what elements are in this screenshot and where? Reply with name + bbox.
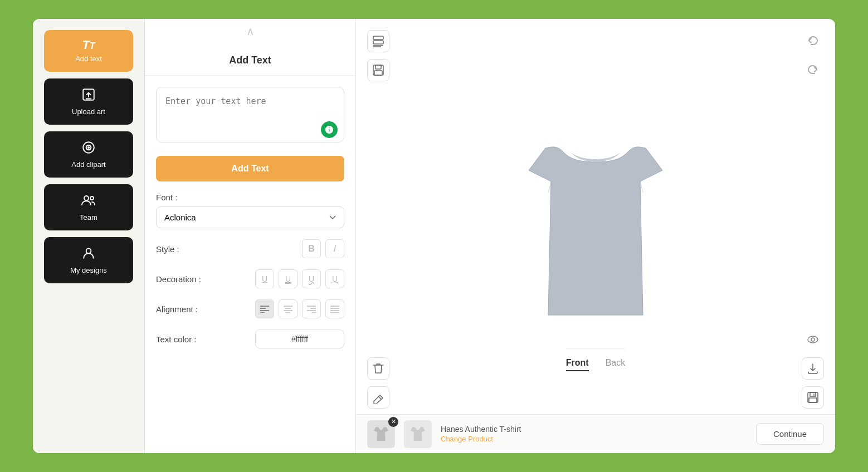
layers-button[interactable] [367, 30, 389, 52]
download-button[interactable] [802, 357, 824, 380]
svg-point-5 [90, 196, 94, 200]
svg-rect-36 [810, 392, 816, 396]
product-color-swatch [404, 420, 432, 448]
grammarly-button[interactable] [321, 121, 338, 138]
svg-point-34 [811, 338, 815, 341]
bold-button[interactable]: B [302, 239, 321, 258]
scroll-indicator: ∧ [145, 19, 355, 43]
shirt-container [506, 115, 685, 348]
color-label: Text color : [156, 335, 248, 344]
my-designs-icon [81, 246, 96, 263]
svg-rect-23 [373, 36, 383, 40]
team-icon [81, 193, 96, 210]
alignment-label: Alignment : [156, 304, 255, 314]
text-input[interactable] [156, 87, 344, 142]
svg-point-3 [88, 147, 89, 148]
font-row: Font : Aclonica Arial Times New Roman Ge… [156, 193, 344, 228]
sidebar-item-add-clipart[interactable]: Add clipart [44, 131, 133, 178]
sidebar-item-add-text[interactable]: TT Add text [44, 30, 133, 72]
sidebar-item-team[interactable]: Team [44, 184, 133, 230]
underline-dotted-button[interactable]: U [325, 269, 344, 288]
decoration-row: Decoration : U U U U [156, 269, 344, 288]
panel-title: Add Text [145, 43, 355, 76]
sidebar-item-label: My designs [70, 266, 107, 274]
alignment-row: Alignment : [156, 299, 344, 318]
sidebar-item-upload-art[interactable]: Upload art [44, 78, 133, 125]
font-select[interactable]: Aclonica Arial Times New Roman Georgia V… [156, 206, 344, 228]
align-justify-button[interactable] [325, 299, 344, 318]
underline-double-button[interactable]: U [279, 269, 298, 288]
remove-product-button[interactable]: ✕ [388, 417, 398, 427]
canvas-toolbar-left [367, 30, 389, 81]
svg-point-6 [86, 248, 91, 253]
align-left-button[interactable] [255, 299, 274, 318]
product-name: Hanes Authentic T-shirt [441, 425, 521, 434]
delete-button[interactable] [367, 357, 389, 380]
canvas-toolbar-left-bottom [367, 357, 389, 409]
shirt-svg [512, 126, 679, 337]
center-panel: ∧ Add Text Add Text Font : Aclonica Aria… [144, 19, 356, 453]
add-text-button[interactable]: Add Text [156, 156, 344, 181]
color-input[interactable] [255, 330, 344, 348]
font-label: Font : [156, 193, 344, 202]
upload-icon [81, 87, 96, 104]
save-button[interactable] [367, 59, 389, 81]
canvas-toolbar-right-bottom [802, 328, 824, 409]
eraser-button[interactable] [367, 386, 389, 409]
sidebar-item-my-designs[interactable]: My designs [44, 237, 133, 283]
style-row: Style : B I [156, 239, 344, 258]
product-info: Hanes Authentic T-shirt Change Product [441, 425, 521, 443]
preview-button[interactable] [802, 328, 824, 351]
svg-rect-24 [373, 41, 383, 44]
align-right-button[interactable] [302, 299, 321, 318]
save-design-button[interactable] [802, 386, 824, 409]
tab-back[interactable]: Back [606, 358, 626, 371]
view-tabs: Front Back [566, 348, 625, 380]
underline-single-button[interactable]: U [255, 269, 274, 288]
undo-button[interactable] [802, 30, 824, 52]
style-buttons: B I [302, 239, 344, 258]
style-label: Style : [156, 244, 302, 254]
alignment-buttons [255, 299, 344, 318]
svg-line-32 [378, 396, 381, 399]
sidebar-item-label: Add text [75, 55, 102, 63]
sidebar-item-label: Upload art [72, 107, 105, 116]
svg-rect-29 [374, 71, 382, 75]
decoration-label: Decoration : [156, 274, 255, 284]
change-product-link[interactable]: Change Product [441, 435, 521, 443]
panel-body: Add Text Font : Aclonica Arial Times New… [145, 76, 355, 360]
text-input-wrapper [156, 87, 344, 145]
product-thumbnail: ✕ [367, 420, 395, 448]
sidebar: TT Add text Upload art [33, 19, 144, 453]
shirt-preview: Front Back [356, 19, 835, 453]
underline-wavy-button[interactable]: U [302, 269, 321, 288]
italic-button[interactable]: I [325, 239, 344, 258]
continue-button[interactable]: Continue [756, 423, 824, 445]
canvas-toolbar-right-top [802, 30, 824, 81]
color-row: Text color : [156, 330, 344, 348]
bottom-bar: ✕ Hanes Authentic T-shirt Change Product… [356, 414, 835, 453]
sidebar-item-label: Team [80, 213, 97, 222]
tab-front[interactable]: Front [566, 358, 589, 371]
redo-button[interactable] [802, 59, 824, 81]
svg-rect-28 [376, 65, 381, 69]
decoration-buttons: U U U U [255, 269, 344, 288]
canvas-area: Front Back [356, 19, 835, 453]
add-text-icon: TT [82, 39, 95, 51]
clipart-icon [81, 140, 96, 157]
svg-rect-37 [809, 398, 817, 402]
sidebar-item-label: Add clipart [71, 160, 105, 169]
svg-point-4 [84, 196, 89, 200]
align-center-button[interactable] [279, 299, 298, 318]
svg-point-33 [808, 336, 818, 343]
